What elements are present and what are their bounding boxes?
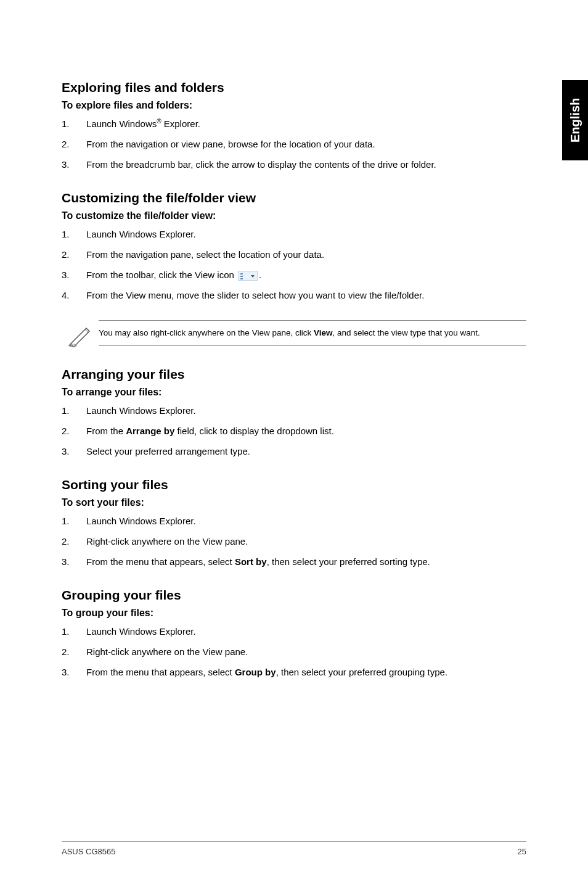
item-text: Launch Windows Explorer. <box>86 228 526 241</box>
item-number: 1. <box>62 625 86 638</box>
list-grouping: 1. Launch Windows Explorer. 2. Right-cli… <box>62 625 526 679</box>
list-arranging: 1. Launch Windows Explorer. 2. From the … <box>62 404 526 458</box>
list-item: 3. From the menu that appears, select So… <box>62 555 526 568</box>
item-number: 3. <box>62 268 86 281</box>
list-item: 2. From the Arrange by field, click to d… <box>62 424 526 437</box>
footer-left: ASUS CG8565 <box>62 847 115 856</box>
item-text: Launch Windows Explorer. <box>86 625 526 638</box>
item-text: Right-click anywhere on the View pane. <box>86 535 526 548</box>
item-number: 2. <box>62 248 86 261</box>
list-item: 1. Launch Windows Explorer. <box>62 514 526 527</box>
page-content: Exploring files and folders To explore f… <box>0 0 588 679</box>
item-text: Right-click anywhere on the View pane. <box>86 645 526 658</box>
pencil-icon <box>62 320 99 347</box>
subheading-grouping: To group your files: <box>62 608 526 619</box>
item-number: 3. <box>62 555 86 568</box>
item-number: 2. <box>62 424 86 437</box>
page-footer: ASUS CG8565 25 <box>62 841 526 856</box>
heading-exploring: Exploring files and folders <box>62 80 526 95</box>
item-text: Launch Windows Explorer. <box>86 514 526 527</box>
list-item: 3. From the breadcrumb bar, click the ar… <box>62 158 526 171</box>
subheading-sorting: To sort your files: <box>62 497 526 508</box>
list-exploring: 1. Launch Windows® Explorer. 2. From the… <box>62 117 526 171</box>
item-text: From the View menu, move the slider to s… <box>86 289 526 302</box>
item-number: 1. <box>62 514 86 527</box>
heading-grouping: Grouping your files <box>62 588 526 603</box>
footer-page-number: 25 <box>518 847 526 856</box>
note-text: You may also right-click anywhere on the… <box>99 320 526 346</box>
view-icon <box>238 271 258 281</box>
item-number: 2. <box>62 138 86 151</box>
list-sorting: 1. Launch Windows Explorer. 2. Right-cli… <box>62 514 526 568</box>
subheading-arranging: To arrange your files: <box>62 387 526 398</box>
item-number: 3. <box>62 666 86 679</box>
heading-arranging: Arranging your files <box>62 367 526 382</box>
list-item: 2. From the navigation or view pane, bro… <box>62 138 526 151</box>
item-text: From the menu that appears, select Sort … <box>86 555 526 568</box>
list-item: 1. Launch Windows Explorer. <box>62 404 526 417</box>
item-text: From the navigation pane, select the loc… <box>86 248 526 261</box>
list-item: 1. Launch Windows® Explorer. <box>62 117 526 130</box>
item-number: 4. <box>62 289 86 302</box>
list-item: 3. Select your preferred arrangement typ… <box>62 445 526 458</box>
item-text: From the navigation or view pane, browse… <box>86 138 526 151</box>
list-item: 2. Right-click anywhere on the View pane… <box>62 645 526 658</box>
language-tab: English <box>562 80 588 160</box>
note-box: You may also right-click anywhere on the… <box>62 320 526 347</box>
list-item: 4. From the View menu, move the slider t… <box>62 289 526 302</box>
section-sorting: Sorting your files To sort your files: 1… <box>62 477 526 568</box>
item-text: Select your preferred arrangement type. <box>86 445 526 458</box>
item-number: 2. <box>62 535 86 548</box>
item-number: 3. <box>62 158 86 171</box>
item-number: 1. <box>62 404 86 417</box>
item-text: From the menu that appears, select Group… <box>86 666 526 679</box>
item-text: Launch Windows Explorer. <box>86 404 526 417</box>
section-grouping: Grouping your files To group your files:… <box>62 588 526 679</box>
list-item: 2. Right-click anywhere on the View pane… <box>62 535 526 548</box>
item-number: 2. <box>62 645 86 658</box>
subheading-exploring: To explore files and folders: <box>62 100 526 111</box>
list-item: 1. Launch Windows Explorer. <box>62 625 526 638</box>
item-text: From the breadcrumb bar, click the arrow… <box>86 158 526 171</box>
item-number: 1. <box>62 117 86 130</box>
item-text: Launch Windows® Explorer. <box>86 117 526 130</box>
section-exploring: Exploring files and folders To explore f… <box>62 80 526 171</box>
list-customizing: 1. Launch Windows Explorer. 2. From the … <box>62 228 526 302</box>
item-number: 3. <box>62 445 86 458</box>
list-item: 2. From the navigation pane, select the … <box>62 248 526 261</box>
list-item: 1. Launch Windows Explorer. <box>62 228 526 241</box>
item-text: From the toolbar, click the View icon . <box>86 268 526 281</box>
heading-customizing: Customizing the file/folder view <box>62 191 526 205</box>
list-item: 3. From the toolbar, click the View icon… <box>62 268 526 281</box>
section-arranging: Arranging your files To arrange your fil… <box>62 367 526 458</box>
item-number: 1. <box>62 228 86 241</box>
item-text: From the Arrange by field, click to disp… <box>86 424 526 437</box>
section-customizing: Customizing the file/folder view To cust… <box>62 191 526 347</box>
list-item: 3. From the menu that appears, select Gr… <box>62 666 526 679</box>
subheading-customizing: To customize the file/folder view: <box>62 210 526 221</box>
heading-sorting: Sorting your files <box>62 477 526 492</box>
